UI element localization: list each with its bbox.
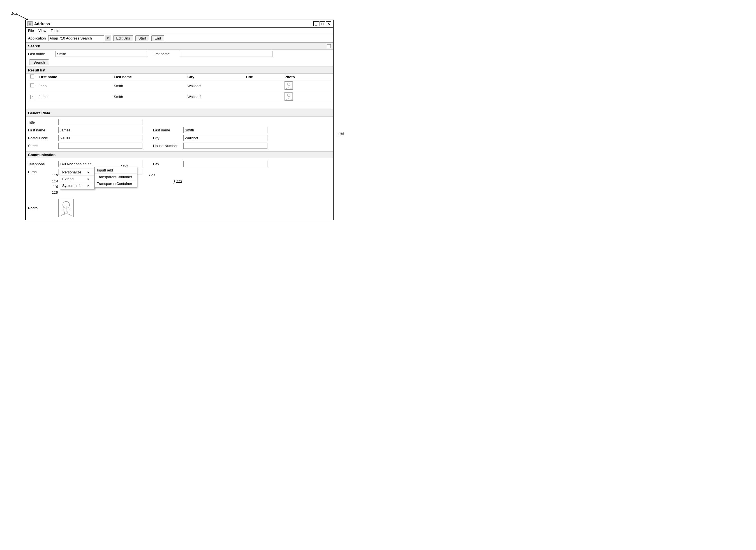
end-button[interactable]: End xyxy=(151,35,164,41)
city-input[interactable] xyxy=(183,135,267,141)
row1-last-name: Smith xyxy=(112,80,185,91)
row2-title xyxy=(243,91,282,102)
first-name-input[interactable] xyxy=(180,51,272,57)
row2-checkbox[interactable]: * xyxy=(30,95,34,99)
row2-first-name: James xyxy=(36,91,112,102)
search-button-row: Search xyxy=(26,58,333,67)
svg-point-4 xyxy=(287,94,290,97)
svg-line-9 xyxy=(68,209,70,211)
row2-photo xyxy=(282,91,331,102)
app-select: ▼ xyxy=(48,35,111,41)
photo-label: Photo xyxy=(28,206,56,210)
menu-view[interactable]: View xyxy=(38,29,46,33)
maximize-button[interactable]: ☐ xyxy=(320,21,325,26)
house-number-label: House Number xyxy=(153,144,181,148)
row2-photo-icon xyxy=(285,92,293,101)
svg-line-0 xyxy=(16,14,27,20)
col-first-name: First name xyxy=(36,74,112,80)
street-row: Street House Number xyxy=(28,142,331,150)
result-section-header: Result list xyxy=(26,67,333,74)
minimize-button[interactable]: ⎯ xyxy=(313,21,319,26)
title-row: Title xyxy=(28,118,331,126)
app-dropdown-btn[interactable]: ▼ xyxy=(105,35,111,41)
postal-code-label: Postal Code xyxy=(28,136,56,140)
svg-line-10 xyxy=(64,212,65,215)
edit-urls-button[interactable]: Edit Urls xyxy=(113,35,133,41)
search-form-row: Last name First name xyxy=(26,50,333,58)
main-window: 🗒 Address ⎯ ☐ ✕ File View Tools Applicat… xyxy=(25,20,334,220)
general-last-name-input[interactable] xyxy=(183,127,267,133)
general-first-name-input[interactable] xyxy=(58,127,142,133)
context-menu-extend[interactable]: Extend ► InputField TransparentContainer… xyxy=(60,176,94,183)
telephone-input[interactable] xyxy=(58,161,142,167)
empty-row xyxy=(28,102,331,108)
result-table-container: First name Last name City Title Photo Jo… xyxy=(26,74,333,108)
title-input[interactable] xyxy=(58,119,142,125)
label-120: 120 xyxy=(149,173,155,177)
label-116: 116 xyxy=(52,185,58,189)
name-row: First name Last name xyxy=(28,126,331,134)
label-112: } 112 xyxy=(174,179,182,184)
personalize-arrow: ► xyxy=(87,171,90,174)
row1-title xyxy=(243,80,282,91)
menu-tools[interactable]: Tools xyxy=(51,29,59,33)
general-last-name-label: Last name xyxy=(153,128,181,132)
fax-label: Fax xyxy=(153,162,181,166)
submenu-item-inputfield[interactable]: InputField xyxy=(95,167,137,174)
menu-file[interactable]: File xyxy=(28,29,34,33)
submenu-item-tc1[interactable]: TransparentContainer xyxy=(95,174,137,181)
submenu-item-tc2[interactable]: TransparentContainer xyxy=(95,181,137,187)
menu-bar: File View Tools xyxy=(26,28,333,34)
select-all-checkbox[interactable] xyxy=(30,75,34,78)
street-input[interactable] xyxy=(58,143,142,149)
general-data-header: General data xyxy=(26,110,333,117)
context-menu-personalize[interactable]: Personalize ► xyxy=(60,169,94,176)
extend-arrow: ► xyxy=(87,177,90,181)
context-menu: Personalize ► Extend ► InputField Transp… xyxy=(60,169,95,190)
window-title: Address xyxy=(34,22,50,26)
first-name-label: First name xyxy=(152,52,178,56)
general-data-form: Title First name Last name Postal Code C… xyxy=(26,117,333,151)
house-number-input[interactable] xyxy=(183,143,267,149)
context-menu-sysinfo[interactable]: System Info ► xyxy=(60,183,94,189)
title-bar: 🗒 Address ⎯ ☐ ✕ xyxy=(26,20,333,28)
close-button[interactable]: ✕ xyxy=(326,21,331,26)
row1-checkbox[interactable] xyxy=(30,84,34,87)
start-button[interactable]: Start xyxy=(135,35,149,41)
svg-point-2 xyxy=(287,83,290,86)
col-photo: Photo xyxy=(282,74,331,80)
street-label: Street xyxy=(28,144,56,148)
row1-photo-icon xyxy=(285,81,293,90)
search-button[interactable]: Search xyxy=(29,59,49,65)
communication-label: Communication xyxy=(28,153,56,157)
telephone-row: Telephone Fax xyxy=(28,160,331,168)
window-controls: ⎯ ☐ ✕ xyxy=(313,21,331,26)
result-table: First name Last name City Title Photo Jo… xyxy=(28,74,331,108)
extend-label: Extend xyxy=(62,177,73,181)
col-title: Title xyxy=(243,74,282,80)
photo-display xyxy=(58,199,74,217)
search-section-checkbox[interactable] xyxy=(327,44,331,48)
app-name-input[interactable] xyxy=(48,35,104,41)
communication-header: Communication xyxy=(26,151,333,158)
general-first-name-label: First name xyxy=(28,128,56,132)
city-label: City xyxy=(153,136,181,140)
label-104: 104 xyxy=(338,132,344,136)
table-row: John Smith Walldorf xyxy=(28,80,331,91)
fax-input[interactable] xyxy=(183,161,267,167)
sysinfo-label: System Info xyxy=(62,184,82,188)
row1-photo xyxy=(282,80,331,91)
label-110: 110 xyxy=(52,173,58,177)
svg-line-11 xyxy=(68,212,68,215)
col-last-name: Last name xyxy=(112,74,185,80)
general-data-label: General data xyxy=(28,111,50,115)
last-name-input[interactable] xyxy=(56,51,148,57)
postal-code-input[interactable] xyxy=(58,135,142,141)
label-114: 114 xyxy=(52,179,58,183)
toolbar: Application ▼ Edit Urls Start End xyxy=(26,34,333,43)
title-field-label: Title xyxy=(28,120,56,124)
row2-last-name: Smith xyxy=(112,91,185,102)
row1-first-name: John xyxy=(36,80,112,91)
title-bar-left: 🗒 Address xyxy=(27,21,50,26)
content-area: Search Last name First name Search Resul… xyxy=(26,43,333,220)
